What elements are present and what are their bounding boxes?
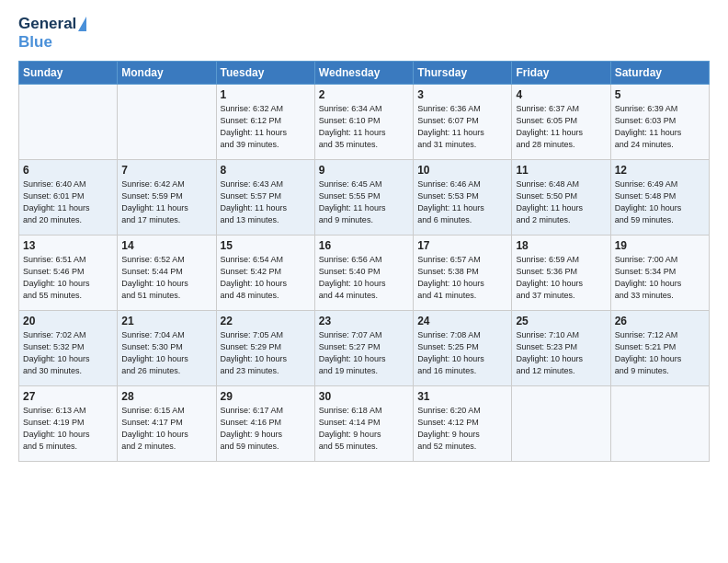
- day-cell: 23Sunrise: 7:07 AM Sunset: 5:27 PM Dayli…: [314, 311, 413, 386]
- calendar-table: SundayMondayTuesdayWednesdayThursdayFrid…: [18, 61, 710, 462]
- day-cell: 17Sunrise: 6:57 AM Sunset: 5:38 PM Dayli…: [414, 236, 512, 311]
- day-number: 18: [516, 239, 606, 252]
- day-number: 13: [23, 239, 113, 252]
- day-number: 7: [121, 164, 211, 177]
- day-number: 3: [417, 88, 507, 101]
- day-info: Sunrise: 6:20 AM Sunset: 4:12 PM Dayligh…: [417, 405, 507, 453]
- day-info: Sunrise: 6:52 AM Sunset: 5:44 PM Dayligh…: [121, 254, 211, 302]
- day-cell: 20Sunrise: 7:02 AM Sunset: 5:32 PM Dayli…: [19, 311, 118, 386]
- day-info: Sunrise: 6:18 AM Sunset: 4:14 PM Dayligh…: [319, 405, 409, 453]
- day-cell: 30Sunrise: 6:18 AM Sunset: 4:14 PM Dayli…: [314, 386, 413, 462]
- day-info: Sunrise: 7:10 AM Sunset: 5:23 PM Dayligh…: [516, 329, 606, 377]
- day-number: 14: [121, 239, 211, 252]
- day-number: 16: [319, 239, 409, 252]
- day-cell: 4Sunrise: 6:37 AM Sunset: 6:05 PM Daylig…: [512, 85, 610, 160]
- page: General Blue SundayMondayTuesdayWednesda…: [0, 0, 728, 563]
- header-row: SundayMondayTuesdayWednesdayThursdayFrid…: [19, 62, 710, 85]
- day-number: 1: [221, 88, 311, 101]
- day-cell: 13Sunrise: 6:51 AM Sunset: 5:46 PM Dayli…: [19, 236, 118, 311]
- logo-general: General: [18, 15, 76, 33]
- day-cell: [610, 386, 709, 462]
- day-cell: 19Sunrise: 7:00 AM Sunset: 5:34 PM Dayli…: [610, 236, 709, 311]
- day-info: Sunrise: 6:40 AM Sunset: 6:01 PM Dayligh…: [23, 178, 113, 226]
- day-info: Sunrise: 6:34 AM Sunset: 6:10 PM Dayligh…: [319, 103, 409, 151]
- col-header-wednesday: Wednesday: [314, 62, 413, 85]
- day-info: Sunrise: 6:56 AM Sunset: 5:40 PM Dayligh…: [319, 254, 409, 302]
- day-number: 31: [417, 390, 507, 403]
- day-cell: 18Sunrise: 6:59 AM Sunset: 5:36 PM Dayli…: [512, 236, 610, 311]
- day-info: Sunrise: 6:39 AM Sunset: 6:03 PM Dayligh…: [615, 103, 705, 151]
- day-number: 2: [319, 88, 409, 101]
- day-info: Sunrise: 6:51 AM Sunset: 5:46 PM Dayligh…: [23, 254, 113, 302]
- day-number: 12: [615, 164, 705, 177]
- day-cell: 15Sunrise: 6:54 AM Sunset: 5:42 PM Dayli…: [216, 236, 314, 311]
- logo-triangle-icon: [78, 17, 86, 31]
- day-number: 26: [615, 315, 705, 327]
- day-info: Sunrise: 6:49 AM Sunset: 5:48 PM Dayligh…: [615, 178, 705, 226]
- day-number: 22: [221, 315, 311, 327]
- day-info: Sunrise: 6:17 AM Sunset: 4:16 PM Dayligh…: [221, 405, 311, 453]
- day-info: Sunrise: 6:42 AM Sunset: 5:59 PM Dayligh…: [121, 178, 211, 226]
- col-header-friday: Friday: [512, 62, 610, 85]
- day-number: 20: [23, 315, 113, 327]
- header: General Blue: [18, 15, 710, 52]
- week-row-3: 13Sunrise: 6:51 AM Sunset: 5:46 PM Dayli…: [19, 236, 710, 311]
- day-cell: 26Sunrise: 7:12 AM Sunset: 5:21 PM Dayli…: [610, 311, 709, 386]
- day-info: Sunrise: 7:02 AM Sunset: 5:32 PM Dayligh…: [23, 329, 113, 377]
- day-info: Sunrise: 7:04 AM Sunset: 5:30 PM Dayligh…: [121, 329, 211, 377]
- week-row-4: 20Sunrise: 7:02 AM Sunset: 5:32 PM Dayli…: [19, 311, 710, 386]
- day-cell: 28Sunrise: 6:15 AM Sunset: 4:17 PM Dayli…: [118, 386, 216, 462]
- day-cell: [512, 386, 610, 462]
- col-header-tuesday: Tuesday: [216, 62, 314, 85]
- day-cell: 6Sunrise: 6:40 AM Sunset: 6:01 PM Daylig…: [19, 160, 118, 236]
- day-number: 25: [516, 315, 606, 327]
- day-number: 10: [417, 164, 507, 177]
- col-header-sunday: Sunday: [19, 62, 118, 85]
- day-cell: 29Sunrise: 6:17 AM Sunset: 4:16 PM Dayli…: [216, 386, 314, 462]
- week-row-2: 6Sunrise: 6:40 AM Sunset: 6:01 PM Daylig…: [19, 160, 710, 236]
- day-info: Sunrise: 6:46 AM Sunset: 5:53 PM Dayligh…: [417, 178, 507, 226]
- day-info: Sunrise: 7:12 AM Sunset: 5:21 PM Dayligh…: [615, 329, 705, 377]
- day-cell: 21Sunrise: 7:04 AM Sunset: 5:30 PM Dayli…: [118, 311, 216, 386]
- day-info: Sunrise: 6:57 AM Sunset: 5:38 PM Dayligh…: [417, 254, 507, 302]
- day-number: 19: [615, 239, 705, 252]
- day-cell: 25Sunrise: 7:10 AM Sunset: 5:23 PM Dayli…: [512, 311, 610, 386]
- week-row-1: 1Sunrise: 6:32 AM Sunset: 6:12 PM Daylig…: [19, 85, 710, 160]
- day-number: 11: [516, 164, 606, 177]
- day-info: Sunrise: 6:15 AM Sunset: 4:17 PM Dayligh…: [121, 405, 211, 453]
- day-cell: 14Sunrise: 6:52 AM Sunset: 5:44 PM Dayli…: [118, 236, 216, 311]
- day-cell: 2Sunrise: 6:34 AM Sunset: 6:10 PM Daylig…: [314, 85, 413, 160]
- day-number: 8: [221, 164, 311, 177]
- day-info: Sunrise: 6:37 AM Sunset: 6:05 PM Dayligh…: [516, 103, 606, 151]
- day-cell: [118, 85, 216, 160]
- day-cell: 16Sunrise: 6:56 AM Sunset: 5:40 PM Dayli…: [314, 236, 413, 311]
- day-info: Sunrise: 7:08 AM Sunset: 5:25 PM Dayligh…: [417, 329, 507, 377]
- day-cell: 12Sunrise: 6:49 AM Sunset: 5:48 PM Dayli…: [610, 160, 709, 236]
- day-number: 21: [121, 315, 211, 327]
- day-cell: 9Sunrise: 6:45 AM Sunset: 5:55 PM Daylig…: [314, 160, 413, 236]
- day-cell: 22Sunrise: 7:05 AM Sunset: 5:29 PM Dayli…: [216, 311, 314, 386]
- day-info: Sunrise: 6:13 AM Sunset: 4:19 PM Dayligh…: [23, 405, 113, 453]
- day-cell: 5Sunrise: 6:39 AM Sunset: 6:03 PM Daylig…: [610, 85, 709, 160]
- day-cell: 11Sunrise: 6:48 AM Sunset: 5:50 PM Dayli…: [512, 160, 610, 236]
- day-info: Sunrise: 6:43 AM Sunset: 5:57 PM Dayligh…: [221, 178, 311, 226]
- day-info: Sunrise: 7:05 AM Sunset: 5:29 PM Dayligh…: [221, 329, 311, 377]
- day-info: Sunrise: 6:48 AM Sunset: 5:50 PM Dayligh…: [516, 178, 606, 226]
- day-info: Sunrise: 7:07 AM Sunset: 5:27 PM Dayligh…: [319, 329, 409, 377]
- col-header-saturday: Saturday: [610, 62, 709, 85]
- day-number: 5: [615, 88, 705, 101]
- day-info: Sunrise: 7:00 AM Sunset: 5:34 PM Dayligh…: [615, 254, 705, 302]
- day-info: Sunrise: 6:36 AM Sunset: 6:07 PM Dayligh…: [417, 103, 507, 151]
- day-number: 28: [121, 390, 211, 403]
- day-info: Sunrise: 6:45 AM Sunset: 5:55 PM Dayligh…: [319, 178, 409, 226]
- day-number: 27: [23, 390, 113, 403]
- day-number: 30: [319, 390, 409, 403]
- day-cell: 27Sunrise: 6:13 AM Sunset: 4:19 PM Dayli…: [19, 386, 118, 462]
- day-number: 17: [417, 239, 507, 252]
- week-row-5: 27Sunrise: 6:13 AM Sunset: 4:19 PM Dayli…: [19, 386, 710, 462]
- day-number: 9: [319, 164, 409, 177]
- day-cell: 24Sunrise: 7:08 AM Sunset: 5:25 PM Dayli…: [414, 311, 512, 386]
- day-cell: [19, 85, 118, 160]
- day-cell: 31Sunrise: 6:20 AM Sunset: 4:12 PM Dayli…: [414, 386, 512, 462]
- col-header-monday: Monday: [118, 62, 216, 85]
